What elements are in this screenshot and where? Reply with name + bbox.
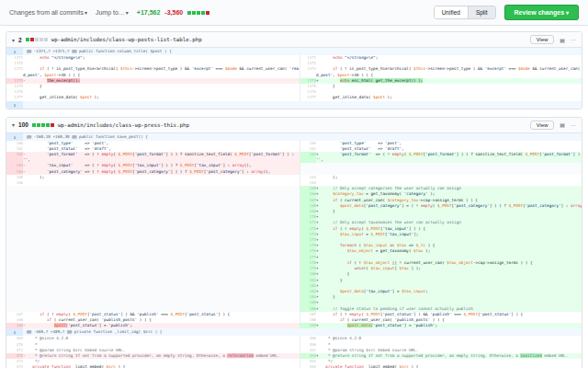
view-file-button[interactable]: View — [530, 121, 554, 130]
diff-sign — [316, 364, 319, 368]
unfold-icon[interactable]: ↕ — [6, 101, 23, 109]
collapse-file-icon[interactable]: ▾ — [12, 121, 15, 128]
diff-sign: + — [316, 289, 319, 293]
diffstat-block — [44, 38, 48, 41]
diffstat-block — [30, 38, 34, 41]
file-path[interactable]: wp-admin/includes/class-wp-press-this.ph… — [58, 122, 189, 128]
file-list: ▾2wp-admin/includes/class-wp-posts-list-… — [0, 31, 588, 368]
diff-view-toggle: Unified Split — [434, 6, 496, 19]
diff-sign — [23, 317, 26, 322]
diffstat-block — [192, 11, 196, 15]
unified-toggle-button[interactable]: Unified — [435, 6, 468, 18]
file-path[interactable]: wp-admin/includes/class-wp-posts-list-ta… — [51, 37, 202, 42]
split-diff-table: ↕@@ -1371,7 +1371,7 @@ public function c… — [6, 48, 582, 109]
rich-diff-icon[interactable]: ▤ — [560, 37, 565, 43]
diff-sign — [23, 95, 26, 99]
diff-sign — [23, 141, 26, 145]
expand-area — [23, 101, 582, 109]
diff-sign — [316, 66, 319, 71]
diff-sign: - — [23, 152, 26, 156]
split-diff-table: ↕@@ -160,10 +160,30 @@ public function s… — [6, 133, 582, 368]
view-file-button[interactable]: View — [530, 35, 554, 44]
diff-sign: + — [316, 232, 319, 236]
hunk-row: ↕@@ -160,10 +160,30 @@ public function s… — [6, 133, 582, 141]
diff-sign: + — [316, 78, 319, 83]
code-line: if ( ! is_post_type_hierarchical( $this-… — [23, 66, 300, 77]
diff-sign — [23, 364, 26, 368]
chevron-down-icon: ▾ — [85, 10, 87, 16]
diff-sign: + — [316, 271, 319, 276]
review-changes-button[interactable]: Review changes ▾ — [504, 5, 579, 20]
code-line: private function _limit_embed( $src ) { — [23, 364, 300, 368]
diffstat-block — [37, 123, 40, 127]
code-line: - 'post_format' => ( ! empty( $_POST['po… — [23, 152, 300, 163]
code-line: private function _limit_embed( $src ) { — [316, 364, 582, 368]
diff-sign — [316, 141, 319, 145]
file-header: ▾100wp-admin/includes/class-wp-press-thi… — [6, 118, 582, 133]
diff-sign — [23, 180, 26, 185]
diffstat-block — [26, 38, 29, 41]
diff-sign: + — [316, 278, 319, 282]
unfold-icon[interactable]: ↕ — [6, 328, 23, 336]
chevron-down-icon: ▾ — [566, 10, 569, 16]
diff-sign — [316, 61, 319, 65]
diff-sign: + — [316, 266, 319, 270]
kebab-icon[interactable]: ··· — [571, 37, 576, 42]
line-number[interactable]: 474 — [6, 364, 23, 368]
jump-to-label: Jump to… — [96, 9, 125, 16]
collapse-file-icon[interactable]: ▾ — [12, 37, 15, 43]
unfold-icon[interactable]: ↕ — [6, 133, 23, 141]
diff-sign — [23, 89, 26, 94]
diff-sign: + — [316, 260, 319, 265]
diffstat-block — [32, 123, 36, 127]
line-number[interactable]: 162 — [6, 152, 23, 163]
code-line: if ( ! is_post_type_hierarchical( $this-… — [316, 66, 582, 77]
diff-sign — [316, 317, 319, 322]
diff-toolbar: Changes from all commits▾ Jump to…▾ +17,… — [0, 0, 588, 26]
code-line: + $post_data['post_category'] = ( ! empt… — [316, 203, 582, 209]
kebab-icon[interactable]: ··· — [571, 122, 576, 128]
split-toggle-button[interactable]: Split — [468, 6, 495, 18]
diff-sign — [316, 89, 319, 94]
diffstat-block — [35, 38, 39, 41]
diff-sign: + — [316, 323, 319, 328]
diff-sign — [316, 180, 319, 185]
rich-diff-icon[interactable]: ▤ — [560, 121, 565, 128]
diff-sign: + — [316, 214, 319, 219]
diff-sign: + — [316, 300, 319, 305]
diff-sign — [316, 84, 319, 88]
hunk-header: @@ -1371,7 +1371,7 @@ public function co… — [23, 48, 582, 55]
line-number[interactable]: 494 — [300, 364, 316, 368]
diffstat-block — [187, 11, 191, 15]
jump-to-dropdown[interactable]: Jump to…▾ — [96, 9, 129, 16]
line-number[interactable]: 1373 — [300, 66, 316, 77]
diff-sign: + — [316, 255, 319, 259]
diffstat-block — [41, 123, 45, 127]
diff-sign — [316, 95, 319, 99]
diff-sign — [316, 175, 319, 179]
unfold-icon[interactable]: ↕ — [6, 48, 23, 55]
diff-sign — [23, 55, 26, 60]
file-changes-count: 100 — [18, 121, 28, 128]
diff-sign — [316, 55, 319, 60]
file-diff-card: ▾2wp-admin/includes/class-wp-posts-list-… — [6, 31, 582, 109]
diffstat-blocks — [187, 11, 209, 15]
diff-sign: + — [316, 152, 319, 156]
code-line: - * @return string If not from a support… — [23, 353, 300, 359]
review-changes-label: Review changes — [514, 9, 564, 16]
diff-sign: + — [316, 198, 319, 202]
file-changes-count: 2 — [18, 37, 22, 43]
diffstat-block — [201, 11, 205, 15]
file-diffstat — [26, 38, 48, 41]
changes-from-dropdown[interactable]: Changes from all commits▾ — [9, 9, 87, 16]
line-number[interactable]: 1373 — [6, 66, 23, 77]
diffstat-block — [197, 11, 200, 15]
diff-sign — [23, 84, 26, 88]
chevron-down-icon: ▾ — [126, 10, 129, 16]
diff-sign — [23, 175, 26, 179]
line-number[interactable]: 162 — [300, 152, 316, 163]
code-line: + 'post_format' => ( ! empty( $_POST['po… — [316, 152, 582, 163]
diffstat-block — [40, 38, 43, 41]
diff-sign — [23, 312, 26, 316]
diffstat-block — [51, 123, 54, 127]
